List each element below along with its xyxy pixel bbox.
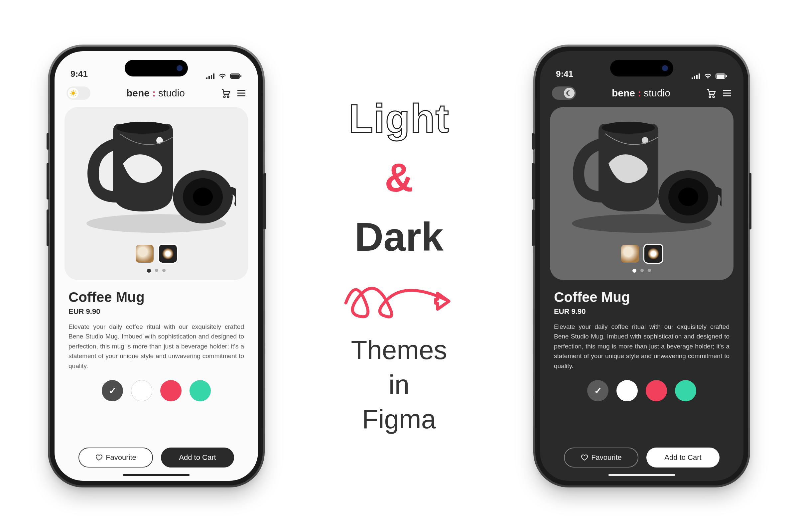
squiggle-arrow-icon xyxy=(339,273,459,320)
word-dark: Dark xyxy=(355,214,443,260)
swatch-white[interactable] xyxy=(131,380,152,401)
product-thumbnails xyxy=(136,245,177,263)
pager-dot[interactable] xyxy=(155,269,158,272)
phone-device-light: 9:41 bene : studio xyxy=(50,46,263,486)
product-hero[interactable] xyxy=(64,107,248,280)
heart-icon xyxy=(95,454,102,461)
product-description: Elevate your daily coffee ritual with ou… xyxy=(554,322,729,371)
status-time: 9:41 xyxy=(71,69,88,79)
pager-dot[interactable] xyxy=(147,269,151,273)
product-price: EUR 9.90 xyxy=(69,307,244,316)
cart-icon[interactable] xyxy=(706,88,716,98)
swatch-red[interactable] xyxy=(160,380,182,401)
wifi-icon xyxy=(704,73,712,79)
product-title: Coffee Mug xyxy=(554,289,729,305)
word-themes: Themes in Figma xyxy=(351,333,447,437)
themes-line-3: Figma xyxy=(362,404,436,434)
screen-light: 9:41 bene : studio xyxy=(55,51,258,481)
svg-point-36 xyxy=(678,188,698,206)
brand-logo: bene : studio xyxy=(612,88,670,99)
brand-bene: bene xyxy=(126,88,150,99)
pager-dot[interactable] xyxy=(640,269,644,272)
svg-line-9 xyxy=(75,95,75,95)
heart-icon xyxy=(581,454,588,461)
pager-dots xyxy=(632,269,651,273)
add-to-cart-button[interactable]: Add to Cart xyxy=(646,448,720,468)
moon-icon xyxy=(566,90,572,96)
svg-point-12 xyxy=(224,96,225,98)
svg-point-18 xyxy=(116,122,170,134)
screen-dark: 9:41 bene : studio xyxy=(540,51,743,481)
pager-dot[interactable] xyxy=(648,269,651,272)
pager-dot[interactable] xyxy=(632,269,636,273)
product-price: EUR 9.90 xyxy=(554,307,729,316)
brand-logo: bene : studio xyxy=(126,88,185,99)
menu-icon[interactable] xyxy=(237,90,246,97)
theme-toggle[interactable] xyxy=(66,87,91,100)
brand-bene: bene xyxy=(612,88,635,99)
svg-rect-25 xyxy=(726,75,727,77)
svg-line-11 xyxy=(71,95,72,95)
themes-line-2: in xyxy=(389,370,409,399)
dynamic-island xyxy=(125,60,188,76)
product-description: Elevate your daily coffee ritual with ou… xyxy=(69,322,244,371)
brand-studio: studio xyxy=(644,88,670,99)
cart-label: Add to Cart xyxy=(664,453,701,462)
swatch-darkgray[interactable] xyxy=(587,380,608,401)
status-icons xyxy=(691,73,727,79)
svg-point-32 xyxy=(602,122,655,134)
battery-icon xyxy=(230,73,242,79)
product-details: Coffee Mug EUR 9.90 Elevate your daily c… xyxy=(55,280,258,481)
thumbnail-2[interactable] xyxy=(644,245,662,263)
thumbnail-1[interactable] xyxy=(621,245,639,263)
cart-icon[interactable] xyxy=(221,88,231,98)
pager-dot[interactable] xyxy=(162,269,166,272)
svg-point-26 xyxy=(709,96,711,98)
thumbnail-2[interactable] xyxy=(159,245,177,263)
home-indicator[interactable] xyxy=(123,474,190,476)
center-title-block: Light & Dark Themes in Figma xyxy=(263,95,535,437)
wifi-icon xyxy=(218,73,227,79)
cart-label: Add to Cart xyxy=(179,453,216,462)
pager-dots xyxy=(147,269,166,273)
svg-point-22 xyxy=(193,188,213,206)
svg-point-27 xyxy=(713,96,715,98)
status-icons xyxy=(206,73,242,79)
svg-rect-24 xyxy=(717,75,724,78)
svg-point-13 xyxy=(227,96,229,98)
action-row: Favourite Add to Cart xyxy=(554,448,729,468)
swatch-white[interactable] xyxy=(616,380,638,401)
color-swatches xyxy=(554,380,729,401)
favourite-button[interactable]: Favourite xyxy=(564,448,639,468)
sun-icon xyxy=(70,90,76,96)
home-indicator[interactable] xyxy=(608,474,675,476)
product-hero[interactable] xyxy=(550,107,734,280)
favourite-label: Favourite xyxy=(106,453,136,462)
product-thumbnails xyxy=(621,245,662,263)
brand-colon: : xyxy=(638,88,641,99)
color-swatches xyxy=(69,380,244,401)
svg-rect-1 xyxy=(231,75,239,78)
product-details: Coffee Mug EUR 9.90 Elevate your daily c… xyxy=(540,280,743,481)
app-bar: bene : studio xyxy=(55,82,258,102)
menu-icon[interactable] xyxy=(722,90,732,97)
product-title: Coffee Mug xyxy=(69,289,244,305)
cellular-icon xyxy=(206,73,215,79)
dynamic-island xyxy=(610,60,673,76)
product-image xyxy=(562,110,722,237)
add-to-cart-button[interactable]: Add to Cart xyxy=(161,448,234,468)
swatch-teal[interactable] xyxy=(190,380,211,401)
svg-line-8 xyxy=(71,91,72,92)
cellular-icon xyxy=(691,73,700,79)
swatch-red[interactable] xyxy=(646,380,667,401)
swatch-darkgray[interactable] xyxy=(102,380,123,401)
svg-line-10 xyxy=(75,91,75,92)
themes-line-1: Themes xyxy=(351,335,447,365)
theme-toggle[interactable] xyxy=(552,87,576,100)
action-row: Favourite Add to Cart xyxy=(69,448,244,468)
battery-icon xyxy=(716,73,727,79)
favourite-button[interactable]: Favourite xyxy=(78,448,153,468)
swatch-teal[interactable] xyxy=(675,380,696,401)
thumbnail-1[interactable] xyxy=(136,245,154,263)
product-image xyxy=(76,110,236,237)
